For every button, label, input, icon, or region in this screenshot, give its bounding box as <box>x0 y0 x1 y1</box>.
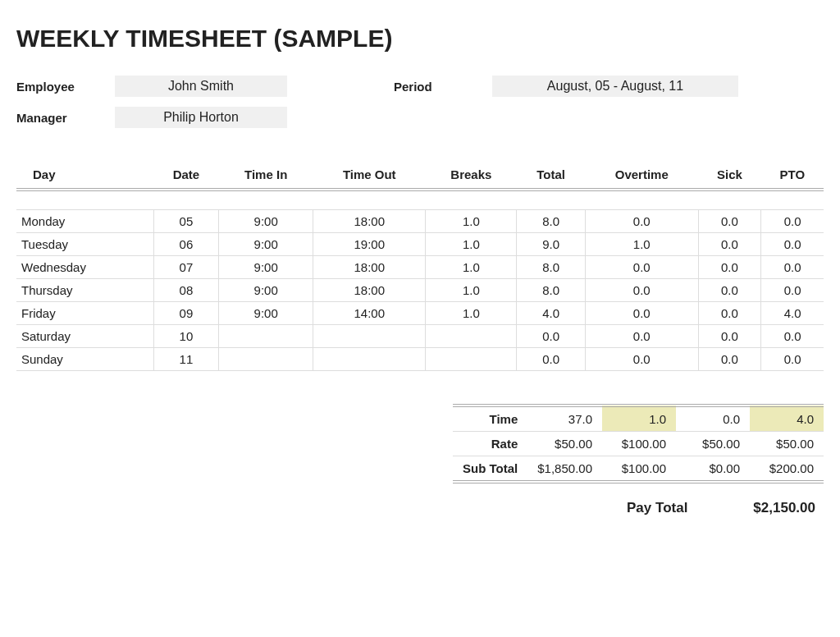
manager-group: Manager Philip Horton <box>16 107 287 128</box>
cell-sick: 0.0 <box>698 255 761 278</box>
cell-total: 0.0 <box>517 324 586 347</box>
summary-rate-pto: $50.00 <box>750 431 824 456</box>
cell-ot: 1.0 <box>585 232 698 255</box>
cell-sick: 0.0 <box>698 232 761 255</box>
cell-breaks: 1.0 <box>426 278 517 301</box>
meta-row-2: Manager Philip Horton <box>16 107 824 128</box>
employee-value: John Smith <box>115 76 287 97</box>
cell-in: 9:00 <box>219 232 313 255</box>
table-row: Tuesday069:0019:001.09.01.00.00.0 <box>16 232 824 255</box>
timesheet-table: Day Date Time In Time Out Breaks Total O… <box>16 161 824 371</box>
cell-date: 06 <box>153 232 219 255</box>
cell-date: 07 <box>153 255 219 278</box>
cell-breaks <box>426 324 517 347</box>
cell-date: 10 <box>153 324 219 347</box>
summary-time-sick: 0.0 <box>676 406 750 432</box>
cell-pto: 0.0 <box>761 324 824 347</box>
cell-day: Tuesday <box>16 232 153 255</box>
cell-out: 18:00 <box>313 255 426 278</box>
cell-total: 4.0 <box>517 301 586 324</box>
cell-ot: 0.0 <box>585 209 698 232</box>
cell-in: 9:00 <box>219 278 313 301</box>
cell-sick: 0.0 <box>698 278 761 301</box>
cell-in: 9:00 <box>219 301 313 324</box>
cell-breaks: 1.0 <box>426 255 517 278</box>
header-row: Day Date Time In Time Out Breaks Total O… <box>16 161 824 190</box>
cell-pto: 0.0 <box>761 347 824 370</box>
period-value: August, 05 - August, 11 <box>492 76 738 97</box>
cell-in <box>219 347 313 370</box>
cell-out: 18:00 <box>313 278 426 301</box>
summary-rate-total: $50.00 <box>527 431 602 456</box>
cell-date: 05 <box>153 209 219 232</box>
employee-group: Employee John Smith <box>16 76 287 97</box>
manager-value: Philip Horton <box>115 107 287 128</box>
cell-sick: 0.0 <box>698 301 761 324</box>
cell-breaks: 1.0 <box>426 232 517 255</box>
cell-out: 18:00 <box>313 209 426 232</box>
summary-subtotal-label: Sub Total <box>453 456 527 482</box>
col-overtime: Overtime <box>585 161 698 190</box>
summary-rate-row: Rate $50.00 $100.00 $50.00 $50.00 <box>453 431 824 456</box>
cell-out: 14:00 <box>313 301 426 324</box>
cell-day: Wednesday <box>16 255 153 278</box>
pay-total-row: Pay Total $2,150.00 <box>16 500 824 516</box>
summary-time-total: 37.0 <box>527 406 602 432</box>
cell-total: 8.0 <box>517 255 586 278</box>
summary-subtotal-ot: $100.00 <box>602 456 676 482</box>
cell-in <box>219 324 313 347</box>
cell-pto: 0.0 <box>761 209 824 232</box>
cell-pto: 0.0 <box>761 232 824 255</box>
manager-label: Manager <box>16 111 98 125</box>
summary-subtotal-total: $1,850.00 <box>527 456 602 482</box>
table-row: Wednesday079:0018:001.08.00.00.00.0 <box>16 255 824 278</box>
cell-ot: 0.0 <box>585 278 698 301</box>
cell-day: Friday <box>16 301 153 324</box>
summary-section: Time 37.0 1.0 0.0 4.0 Rate $50.00 $100.0… <box>16 404 824 483</box>
cell-in: 9:00 <box>219 255 313 278</box>
page-title: WEEKLY TIMESHEET (SAMPLE) <box>16 25 824 53</box>
table-row: Friday099:0014:001.04.00.00.04.0 <box>16 301 824 324</box>
cell-pto: 0.0 <box>761 255 824 278</box>
cell-day: Sunday <box>16 347 153 370</box>
cell-ot: 0.0 <box>585 347 698 370</box>
cell-out <box>313 324 426 347</box>
summary-time-pto: 4.0 <box>750 406 824 432</box>
cell-date: 09 <box>153 301 219 324</box>
cell-sick: 0.0 <box>698 209 761 232</box>
cell-ot: 0.0 <box>585 255 698 278</box>
col-time-in: Time In <box>219 161 313 190</box>
cell-date: 08 <box>153 278 219 301</box>
summary-time-row: Time 37.0 1.0 0.0 4.0 <box>453 406 824 432</box>
cell-breaks: 1.0 <box>426 301 517 324</box>
col-day: Day <box>16 161 153 190</box>
col-total: Total <box>517 161 586 190</box>
cell-total: 8.0 <box>517 278 586 301</box>
meta-row-1: Employee John Smith Period August, 05 - … <box>16 76 824 97</box>
employee-label: Employee <box>16 80 98 94</box>
cell-out: 19:00 <box>313 232 426 255</box>
cell-day: Thursday <box>16 278 153 301</box>
table-row: Monday059:0018:001.08.00.00.00.0 <box>16 209 824 232</box>
cell-ot: 0.0 <box>585 301 698 324</box>
summary-rate-sick: $50.00 <box>676 431 750 456</box>
cell-breaks: 1.0 <box>426 209 517 232</box>
cell-sick: 0.0 <box>698 347 761 370</box>
cell-pto: 0.0 <box>761 278 824 301</box>
summary-subtotal-sick: $0.00 <box>676 456 750 482</box>
summary-rate-ot: $100.00 <box>602 431 676 456</box>
cell-out <box>313 347 426 370</box>
table-row: Thursday089:0018:001.08.00.00.00.0 <box>16 278 824 301</box>
cell-day: Monday <box>16 209 153 232</box>
cell-in: 9:00 <box>219 209 313 232</box>
cell-breaks <box>426 347 517 370</box>
cell-day: Saturday <box>16 324 153 347</box>
period-group: Period August, 05 - August, 11 <box>394 76 738 97</box>
cell-total: 8.0 <box>517 209 586 232</box>
col-breaks: Breaks <box>426 161 517 190</box>
summary-table: Time 37.0 1.0 0.0 4.0 Rate $50.00 $100.0… <box>453 404 824 483</box>
cell-pto: 4.0 <box>761 301 824 324</box>
summary-rate-label: Rate <box>453 431 527 456</box>
cell-total: 0.0 <box>517 347 586 370</box>
col-date: Date <box>153 161 219 190</box>
